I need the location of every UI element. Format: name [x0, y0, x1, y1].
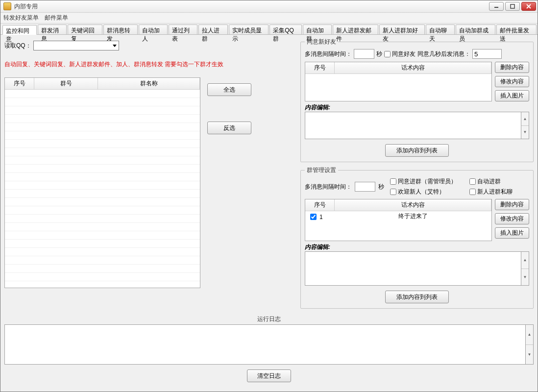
tab-pull-into-group[interactable]: 拉人进群 [198, 24, 227, 34]
table-row[interactable]: 1 终于进来了 [305, 211, 491, 222]
tab-auto-add-group-member[interactable]: 自动加群成员 [456, 24, 496, 34]
log-area: 运行日志 ▲▼ 清空日志 [0, 314, 538, 386]
log-textbox[interactable] [4, 324, 526, 365]
window-title: 内部专用 [14, 2, 489, 11]
group-add-to-list-button[interactable]: 添加内容到列表 [385, 291, 449, 303]
group-col-no: 序号 [5, 78, 34, 90]
new-private-checkbox[interactable] [469, 189, 476, 195]
group-interval-input[interactable] [355, 182, 375, 192]
group-manage-legend: 群管理设置 [305, 166, 338, 174]
maximize-button[interactable] [505, 2, 520, 11]
friend-editor[interactable] [305, 112, 521, 139]
minimize-button[interactable] [489, 2, 504, 11]
app-icon [3, 2, 11, 10]
friend-script-table[interactable]: 序号 话术内容 [305, 62, 492, 101]
group-edit-button[interactable]: 修改内容 [495, 213, 529, 224]
new-private-label: 新人进群私聊 [477, 188, 513, 196]
friend-editor-label: 内容编辑: [305, 103, 529, 112]
group-interval-label: 多消息间隔时间： [305, 183, 352, 191]
read-qq-combo[interactable] [33, 41, 119, 50]
agree-friend-checkbox[interactable] [384, 51, 391, 57]
group-col-id: 群号 [34, 78, 98, 90]
friend-editor-down[interactable]: ▼ [521, 126, 529, 139]
tab-group-message[interactable]: 群发消息 [38, 24, 67, 34]
agree-friend-chk-label: 同意好友 [392, 50, 416, 58]
welcome-new-checkbox[interactable] [390, 189, 396, 195]
row-checkbox[interactable] [310, 214, 317, 220]
agree-join-label: 同意进群（需管理员） [398, 177, 457, 186]
tab-group-forward[interactable]: 群消息转发 [103, 24, 138, 34]
group-editor[interactable] [305, 251, 521, 286]
tab-newcomer-mail[interactable]: 新人进群发邮件 [333, 24, 378, 34]
warning-text: 自动回复、关键词回复、新人进群发邮件、加人、群消息转发 需要勾选一下群才生效 [4, 60, 294, 69]
select-all-button[interactable]: 全选 [207, 83, 251, 96]
tabstrip: 监控和同意 群发消息 关键词回复 群消息转发 自动加人 通过列表 拉人进群 实时… [0, 24, 538, 35]
group-col-no: 序号 [305, 199, 335, 211]
menu-forward-friend[interactable]: 转发好友菜单 [3, 14, 39, 22]
friend-interval-label: 多消息间隔时间： [305, 50, 352, 58]
tab-newcomer-add-friend[interactable]: 新人进群加好友 [379, 24, 425, 34]
group-col-content: 话术内容 [335, 199, 491, 211]
menubar: 转发好友菜单 邮件菜单 [0, 13, 538, 24]
friend-editor-up[interactable]: ▲ [521, 112, 529, 126]
agree-friend-panel: 同意新好友 多消息间隔时间： 秒 同意好友 同意几秒后发消息： 序号 话术内容 [300, 38, 534, 162]
friend-interval-unit: 秒 [376, 50, 382, 58]
group-manage-panel: 群管理设置 多消息间隔时间： 秒 同意进群（需管理员） 欢迎新人（艾特） 自动进… [300, 166, 534, 309]
group-delete-button[interactable]: 删除内容 [495, 199, 529, 210]
titlebar: 内部专用 [0, 0, 538, 13]
tab-mail-bulk-send[interactable]: 邮件批量发送 [496, 24, 537, 34]
tab-pass-list[interactable]: 通过列表 [169, 24, 197, 34]
auto-join-label: 自动进群 [477, 177, 501, 186]
group-script-table[interactable]: 序号 话术内容 1 终于进来了 [305, 199, 492, 241]
auto-join-checkbox[interactable] [469, 178, 476, 185]
group-interval-unit: 秒 [378, 183, 384, 191]
close-button[interactable] [521, 2, 536, 11]
log-down[interactable]: ▼ [526, 345, 533, 365]
invert-select-button[interactable]: 反选 [207, 122, 251, 134]
tab-auto-add-group[interactable]: 自动加群 [303, 24, 332, 34]
group-insert-image-button[interactable]: 插入图片 [495, 227, 529, 239]
tab-collect-qq-group[interactable]: 采集QQ群 [269, 24, 301, 34]
after-sec-label: 同意几秒后发消息： [417, 50, 470, 58]
tab-monitor-agree[interactable]: 监控和同意 [2, 25, 37, 35]
row-no: 1 [319, 214, 323, 220]
agree-join-checkbox[interactable] [390, 178, 396, 185]
tab-auto-add-person[interactable]: 自动加人 [139, 24, 168, 34]
group-editor-up[interactable]: ▲ [521, 252, 529, 269]
group-list-table[interactable]: 序号 群号 群名称 [4, 77, 200, 288]
friend-add-to-list-button[interactable]: 添加内容到列表 [385, 144, 449, 157]
friend-col-no: 序号 [305, 62, 335, 74]
after-sec-input[interactable] [472, 49, 502, 59]
svg-rect-1 [511, 4, 514, 8]
welcome-new-label: 欢迎新人（艾特） [398, 188, 445, 196]
friend-interval-input[interactable] [354, 49, 374, 59]
row-text: 终于进来了 [335, 211, 491, 222]
group-col-name: 群名称 [98, 78, 200, 90]
tab-keyword-reply[interactable]: 关键词回复 [68, 24, 102, 34]
group-editor-down[interactable]: ▼ [521, 269, 529, 286]
group-editor-label: 内容编辑: [305, 243, 529, 251]
menu-mail[interactable]: 邮件菜单 [45, 14, 68, 22]
log-up[interactable]: ▲ [526, 325, 533, 345]
tab-auto-chat[interactable]: 自动聊天 [426, 24, 455, 34]
friend-edit-button[interactable]: 修改内容 [495, 76, 529, 87]
clear-log-button[interactable]: 清空日志 [247, 369, 291, 382]
tab-realtime-members[interactable]: 实时成员显示 [229, 24, 269, 34]
log-title: 运行日志 [4, 315, 534, 323]
friend-delete-button[interactable]: 删除内容 [495, 62, 529, 73]
friend-col-content: 话术内容 [335, 62, 491, 74]
friend-insert-image-button[interactable]: 插入图片 [495, 90, 529, 101]
content-pane: 读取QQ： 自动回复、关键词回复、新人进群发邮件、加人、群消息转发 需要勾选一下… [0, 35, 538, 314]
